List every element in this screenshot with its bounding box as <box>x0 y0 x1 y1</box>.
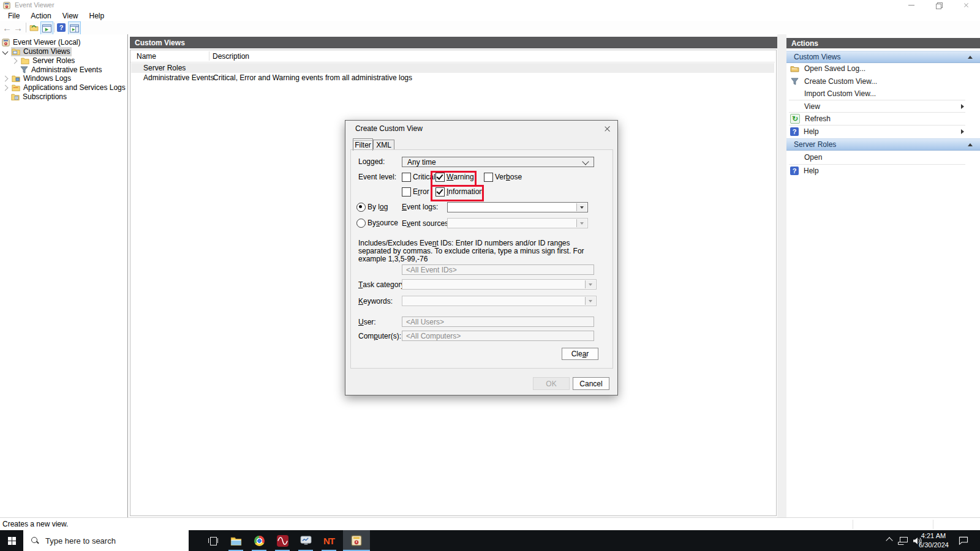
tree-item-event-viewer-local[interactable]: Event Viewer (Local) <box>2 38 81 47</box>
computers-input[interactable]: <All Computers> <box>402 331 594 341</box>
clear-button[interactable]: Clear <box>562 348 598 360</box>
event-viewer-taskbar-button[interactable] <box>343 530 370 551</box>
back-icon: ← <box>2 23 12 33</box>
window-titlebar: Event Viewer <box>0 0 980 10</box>
show-hide-action-pane-button[interactable] <box>68 21 81 35</box>
column-divider[interactable] <box>209 51 209 61</box>
tab-filter[interactable]: Filter <box>353 138 373 151</box>
event-ids-help-text: Includes/Excludes Event IDs: Enter ID nu… <box>358 239 598 263</box>
actions-section-server-roles[interactable]: Server Roles <box>786 138 980 151</box>
dialog-title: Create Custom View <box>355 121 423 137</box>
console-window-icon <box>42 24 51 32</box>
logged-combobox[interactable]: Any time <box>402 157 594 167</box>
expanded-chevron-icon[interactable] <box>2 49 9 55</box>
cancel-button[interactable]: Cancel <box>573 377 609 390</box>
information-checkbox[interactable] <box>435 187 445 197</box>
actions-section-custom-views[interactable]: Custom Views <box>786 51 980 63</box>
menu-file[interactable]: File <box>2 10 25 21</box>
warning-checkbox[interactable] <box>435 173 445 182</box>
menu-help[interactable]: Help <box>84 10 110 21</box>
file-explorer-taskbar-button[interactable] <box>225 530 247 551</box>
collapsed-chevron-icon[interactable] <box>2 84 9 91</box>
critical-checkbox[interactable] <box>402 173 411 182</box>
panel-splitter[interactable] <box>777 34 787 517</box>
action-help-server-roles[interactable]: ? Help <box>789 165 965 177</box>
back-button[interactable]: ← <box>2 21 12 34</box>
taskbar-search-box[interactable]: Type here to search <box>23 530 189 551</box>
dialog-close-button[interactable] <box>598 121 617 137</box>
event-logs-label: Event logs: <box>402 202 438 211</box>
chevron-up-icon <box>886 537 892 544</box>
help-icon: ? <box>57 23 66 32</box>
close-button[interactable] <box>952 0 980 10</box>
action-import-custom-view[interactable]: Import Custom View... <box>789 88 965 99</box>
action-help-custom-views[interactable]: ? Help <box>789 126 965 138</box>
column-header-description[interactable]: Description <box>213 50 249 62</box>
by-source-radio[interactable] <box>356 219 366 228</box>
open-folder-icon <box>29 24 39 31</box>
verbose-label: Verbose <box>495 172 522 181</box>
app-icon <box>3 2 10 11</box>
action-open-saved-log[interactable]: Open Saved Log... <box>789 62 965 75</box>
task-view-icon <box>208 537 218 545</box>
task-category-combobox <box>402 279 597 290</box>
console-tree-panel: Event Viewer (Local) Custom Views Server… <box>0 34 128 517</box>
forward-icon: → <box>13 23 23 33</box>
collapsed-chevron-icon[interactable] <box>12 58 18 64</box>
action-refresh[interactable]: ↻ Refresh <box>789 113 965 125</box>
menu-action[interactable]: Action <box>25 10 56 21</box>
tree-item-custom-views[interactable]: Custom Views <box>3 47 72 56</box>
tree-item-administrative-events[interactable]: Administrative Events <box>20 66 102 74</box>
keywords-combobox <box>402 296 597 306</box>
dropdown-button[interactable] <box>576 203 587 211</box>
start-button[interactable] <box>0 530 23 551</box>
action-view-submenu[interactable]: View <box>789 100 965 112</box>
collapsed-chevron-icon[interactable] <box>2 75 9 81</box>
tray-overflow-button[interactable] <box>883 530 895 551</box>
apps-services-folder-icon <box>12 84 20 91</box>
ethernet-icon <box>898 537 908 545</box>
warning-label: Warning <box>447 172 474 181</box>
minimize-button[interactable] <box>897 0 925 10</box>
action-center-button[interactable] <box>954 530 973 551</box>
file-explorer-icon <box>230 536 242 545</box>
action-create-custom-view[interactable]: Create Custom View... <box>789 75 965 88</box>
user-input[interactable]: <All Users> <box>402 317 594 327</box>
monitor-app-taskbar-button[interactable] <box>295 530 317 551</box>
close-icon <box>963 2 969 8</box>
task-view-button[interactable] <box>202 530 224 551</box>
tree-item-server-roles[interactable]: Server Roles <box>12 56 75 65</box>
sine-app-taskbar-button[interactable] <box>271 530 293 551</box>
sine-wave-app-icon <box>277 535 288 547</box>
by-log-radio[interactable] <box>356 203 366 212</box>
tree-item-subscriptions[interactable]: Subscriptions <box>11 92 67 101</box>
event-ids-input[interactable]: <All Event IDs> <box>402 264 594 275</box>
nt-app-taskbar-button[interactable]: NT <box>318 530 340 551</box>
collapse-section-icon[interactable] <box>968 143 973 146</box>
open-saved-log-toolbar-button[interactable] <box>28 21 39 34</box>
help-icon: ? <box>790 167 799 175</box>
tree-item-windows-logs[interactable]: Windows Logs <box>3 74 71 83</box>
menu-view[interactable]: View <box>57 10 84 21</box>
restore-button[interactable] <box>925 0 952 10</box>
column-header-name[interactable]: Name <box>137 50 156 62</box>
collapse-section-icon[interactable] <box>968 56 973 59</box>
table-row[interactable]: Administrative Events Critical, Error an… <box>131 73 774 83</box>
dropdown-arrow-icon <box>580 222 584 225</box>
console-tree-toolbar-button[interactable] <box>40 21 53 35</box>
chrome-taskbar-button[interactable] <box>248 530 270 551</box>
table-row[interactable]: Server Roles <box>131 63 774 73</box>
event-logs-combobox[interactable] <box>447 202 588 212</box>
action-open-server-roles[interactable]: Open <box>789 151 965 163</box>
dropdown-arrow-icon <box>580 206 584 209</box>
computers-label: Computer(s): <box>358 331 401 340</box>
status-bar: Creates a new view. <box>0 517 980 531</box>
forward-button[interactable]: → <box>13 21 23 34</box>
help-toolbar-button[interactable]: ? <box>56 21 67 34</box>
error-checkbox[interactable] <box>402 187 411 197</box>
network-tray-icon[interactable] <box>895 530 910 551</box>
tree-item-applications-and-services-logs[interactable]: Applications and Services Logs <box>3 83 126 92</box>
error-label: Error <box>413 187 429 196</box>
tray-clock[interactable]: 4:21 AM 6/30/2024 <box>919 531 948 550</box>
verbose-checkbox[interactable] <box>484 173 493 182</box>
